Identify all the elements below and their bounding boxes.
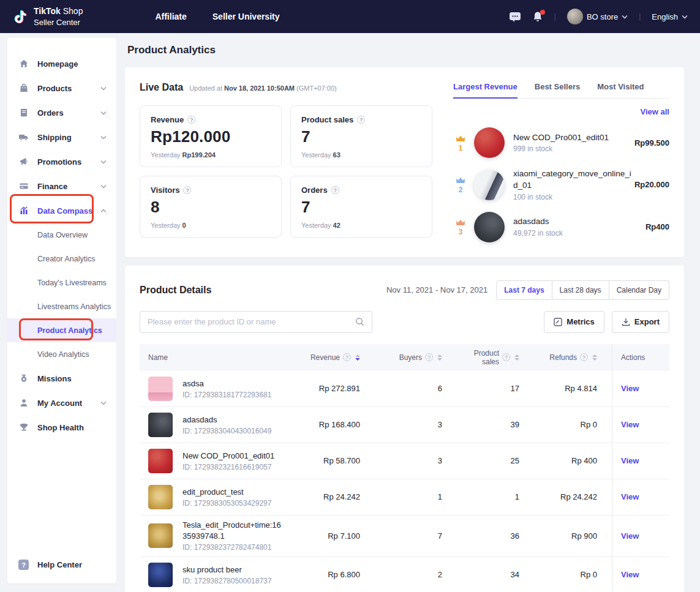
export-button[interactable]: Export — [612, 311, 669, 333]
help-tooltip-icon[interactable] — [425, 353, 433, 361]
product-name: edit_product_test — [183, 487, 271, 498]
chevron-down-icon — [100, 160, 107, 164]
sidebar-subitem-product-analytics[interactable]: Product Analytics — [7, 318, 116, 342]
column-header-product-sales[interactable]: Product sales — [456, 344, 535, 371]
ranking-item[interactable]: 1 New COD_Pro001_edit01 999 in stock Rp9… — [453, 127, 669, 158]
period-calendar-day[interactable]: Calendar Day — [609, 280, 669, 300]
stat-yesterday: Yesterday42 — [301, 222, 421, 229]
column-header-refunds[interactable]: Refunds — [535, 344, 612, 371]
nav-links: Affiliate Seller University — [155, 12, 279, 21]
chevron-up-icon — [100, 209, 107, 213]
stat-value: 7 — [301, 127, 421, 146]
product-search-input[interactable] — [148, 317, 355, 326]
chat-icon[interactable] — [509, 11, 521, 22]
notifications-bell-icon[interactable] — [532, 11, 543, 23]
product-details-title: Product Details — [140, 285, 211, 296]
sort-icon[interactable] — [514, 354, 519, 361]
tab-best-sellers[interactable]: Best Sellers — [535, 82, 580, 98]
sidebar-item-data-compass[interactable]: Data Compass — [7, 198, 116, 223]
stat-label: Revenue — [151, 115, 184, 124]
tab-largest-revenue[interactable]: Largest Revenue — [453, 82, 517, 98]
view-link[interactable]: View — [621, 456, 639, 465]
help-tooltip-icon[interactable] — [183, 186, 191, 194]
refunds-value: Rp 24.242 — [535, 479, 612, 515]
help-question-icon — [18, 560, 29, 570]
stat-card-visitors: Visitors 8 Yesterday0 — [140, 176, 282, 238]
sort-icon[interactable] — [592, 354, 597, 361]
sort-icon[interactable] — [437, 354, 442, 361]
column-header-actions: Actions — [612, 344, 669, 371]
sidebar-subitem-livestreams-analytics[interactable]: Livestreams Analytics — [7, 294, 116, 318]
buyers-value: 1 — [382, 479, 456, 515]
ranking-item[interactable]: 3 adasdads 49,972 in stock Rp400 — [453, 212, 669, 242]
column-header-name[interactable]: Name — [140, 344, 290, 371]
sidebar-item-missions[interactable]: Missions — [7, 366, 116, 391]
sidebar-item-finance[interactable]: Finance — [7, 174, 116, 198]
product-search-box[interactable] — [140, 311, 372, 333]
table-row: adasdads ID: 1729383040430016049 Rp 168.… — [140, 407, 669, 443]
sidebar-item-help-center[interactable]: Help Center — [7, 560, 116, 570]
chevron-down-icon — [100, 135, 107, 140]
view-link[interactable]: View — [621, 531, 639, 541]
sidebar-item-shop-health[interactable]: Shop Health — [7, 415, 116, 440]
column-header-revenue[interactable]: Revenue — [290, 344, 382, 371]
brand-logo[interactable]: TikTok Shop Seller Center — [12, 6, 83, 28]
sidebar-subitem-creator-analytics[interactable]: Creator Analytics — [7, 247, 116, 271]
store-switcher[interactable]: BO store — [567, 9, 628, 24]
metrics-button[interactable]: Metrics — [544, 311, 604, 333]
page-title: Product Analytics — [127, 44, 684, 56]
sidebar-subitem-data-overview[interactable]: Data Overview — [7, 223, 116, 247]
help-tooltip-icon[interactable] — [357, 116, 365, 124]
truck-icon — [18, 132, 29, 143]
sidebar-item-products[interactable]: Products — [7, 76, 116, 100]
orders-document-icon — [18, 108, 29, 118]
buyers-value: 3 — [382, 407, 456, 443]
sidebar-item-homepage[interactable]: Homepage — [7, 51, 116, 76]
sidebar-subitem-video-analytics[interactable]: Video Analytics — [7, 342, 116, 366]
sidebar-item-my-account[interactable]: My Account — [7, 391, 116, 415]
sidebar-item-promotions[interactable]: Promotions — [7, 149, 116, 174]
sidebar-item-shipping[interactable]: Shipping — [7, 125, 116, 149]
product-id: ID: 1729382372782474801 — [183, 543, 284, 552]
product-id: ID: 1729383181772293681 — [183, 391, 271, 399]
products-table: Name Revenue Buyers — [140, 344, 669, 592]
view-link[interactable]: View — [621, 384, 639, 393]
nav-link-affiliate[interactable]: Affiliate — [155, 12, 186, 21]
period-last-7-days[interactable]: Last 7 days — [496, 280, 552, 300]
period-last-28-days[interactable]: Last 28 days — [552, 280, 609, 300]
stat-card-revenue: Revenue Rp120.000 YesterdayRp199.204 — [140, 105, 282, 167]
product-image — [148, 413, 173, 437]
language-label: English — [652, 12, 678, 21]
revenue-value: Rp 6.800 — [290, 557, 382, 592]
language-selector[interactable]: English — [652, 12, 688, 21]
ranking-tabs: Largest Revenue Best Sellers Most Visite… — [453, 82, 669, 99]
view-link[interactable]: View — [621, 420, 639, 429]
home-icon — [18, 59, 29, 69]
sidebar-subitem-todays-livestreams[interactable]: Today's Livestreams — [7, 271, 116, 294]
stat-label: Visitors — [151, 185, 179, 195]
help-tooltip-icon[interactable] — [502, 353, 510, 361]
tab-most-visited[interactable]: Most Visited — [597, 82, 644, 98]
nav-link-seller-university[interactable]: Seller University — [213, 12, 280, 21]
product-id: ID: 1729382321616619057 — [183, 463, 274, 471]
help-tooltip-icon[interactable] — [187, 116, 195, 124]
product-details-card: Product Details Nov 11, 2021 - Nov 17, 2… — [125, 266, 684, 592]
sort-icon[interactable] — [355, 354, 360, 361]
live-data-title: Live Data — [140, 82, 183, 93]
search-icon[interactable] — [355, 317, 364, 326]
product-id: ID: 1729383053053429297 — [183, 499, 271, 508]
view-all-link[interactable]: View all — [641, 107, 669, 116]
table-row: asdsa ID: 1729383181772293681 Rp 272.891… — [140, 371, 669, 407]
ranking-item[interactable]: 2 xiaomi_category_move_online_id_01 100 … — [453, 168, 669, 201]
view-link[interactable]: View — [621, 570, 639, 579]
shopping-bag-icon — [18, 83, 29, 94]
view-link[interactable]: View — [621, 492, 639, 501]
help-tooltip-icon[interactable] — [580, 353, 588, 361]
help-tooltip-icon[interactable] — [343, 353, 351, 361]
chevron-down-icon — [100, 184, 107, 189]
rank-number: 3 — [459, 228, 463, 236]
help-tooltip-icon[interactable] — [331, 186, 339, 194]
product-image — [148, 377, 173, 401]
column-header-buyers[interactable]: Buyers — [382, 344, 456, 371]
sidebar-item-orders[interactable]: Orders — [7, 100, 116, 125]
